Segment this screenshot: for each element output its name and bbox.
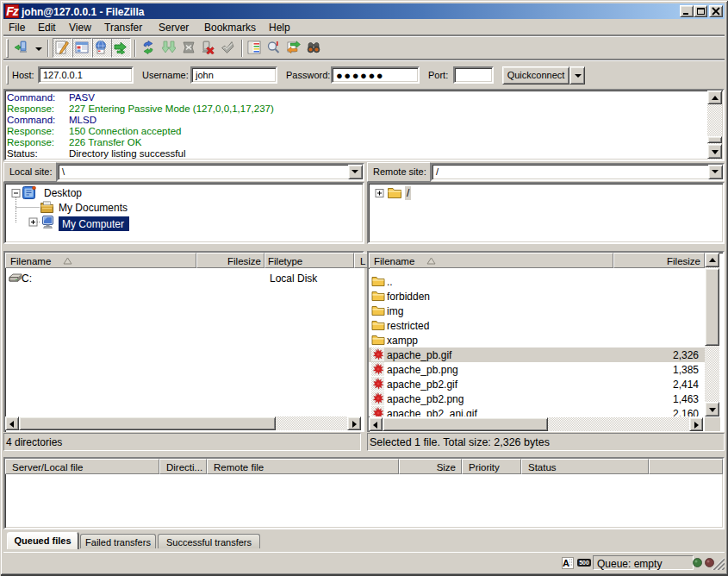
svg-text:500: 500 [579,560,589,566]
svg-text:A: A [563,558,569,568]
